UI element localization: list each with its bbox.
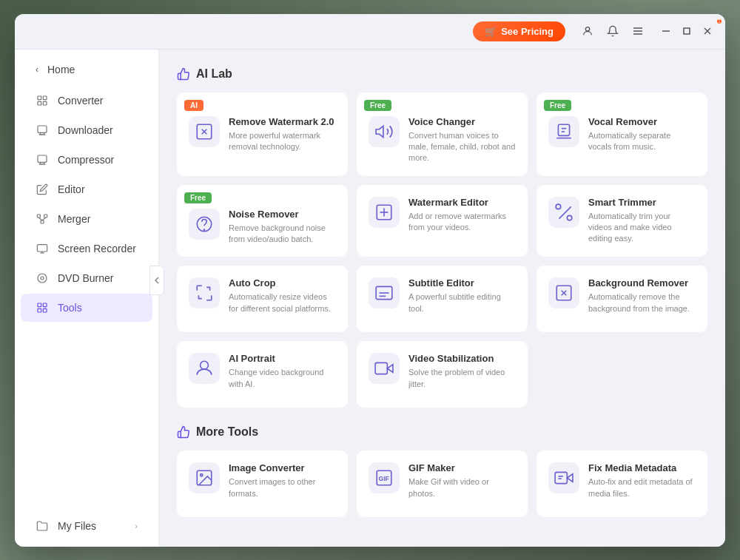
tool-card-video-stabilization[interactable]: Video Stabilization Solve the problem of… [357,341,528,408]
background-remover-icon [548,277,579,308]
tool-card-smart-trimmer[interactable]: Smart Trimmer Automatically trim your vi… [536,185,707,257]
sidebar-item-editor[interactable]: Editor [21,175,152,203]
background-remover-content: Background Remover Automatically remove … [588,277,696,314]
tool-card-image-converter[interactable]: Image Converter Convert images to other … [177,451,348,517]
smart-trimmer-title: Smart Trimmer [588,197,696,208]
sidebar-item-downloader[interactable]: Downloader [21,116,152,144]
image-converter-title: Image Converter [229,462,336,473]
more-tools-header: More Tools [177,425,707,439]
merger-label: Merger [58,213,90,225]
see-pricing-button[interactable]: 🛒 See Pricing [473,21,565,41]
gif-maker-title: GIF Maker [408,462,516,473]
noise-remover-content: Noise Remover Remove background noise fr… [229,209,336,246]
tool-card-auto-crop[interactable]: Auto Crop Automatically resize videos fo… [177,266,348,332]
dvd-burner-icon [36,271,49,285]
svg-marker-54 [387,365,393,373]
remove-watermark-icon [189,116,220,147]
tool-card-gif-maker[interactable]: GIF GIF Maker Make Gif with video or pho… [357,451,528,517]
sidebar: ‹ Home Converter Downloader Compressor [15,50,159,547]
tool-card-voice-changer[interactable]: Free Voice Changer Convert human voices … [357,92,528,176]
image-converter-icon [189,462,220,493]
auto-crop-title: Auto Crop [229,277,336,289]
background-remover-title: Background Remover [588,277,696,289]
sidebar-item-dvd-burner[interactable]: DVD Burner [21,264,152,292]
user-icon[interactable]: 1 [577,21,598,41]
downloader-label: Downloader [58,124,113,136]
sidebar-item-converter[interactable]: Converter [21,87,152,115]
background-remover-desc: Automatically remove the background from… [588,291,696,314]
tool-card-remove-watermark[interactable]: AI Remove Watermark 2.0 More powerful wa… [177,92,348,176]
tool-card-vocal-remover[interactable]: Free Vocal Remover Automatically separat… [536,92,707,176]
bell-icon[interactable] [602,21,623,41]
noise-remover-desc: Remove background noise from video/audio… [229,223,336,246]
watermark-editor-desc: Add or remove watermarks from your video… [408,211,516,234]
remove-watermark-content: Remove Watermark 2.0 More powerful water… [229,116,336,153]
svg-rect-16 [37,215,40,217]
watermark-editor-content: Watermark Editor Add or remove watermark… [408,197,516,234]
tool-card-watermark-editor[interactable]: Watermark Editor Add or remove watermark… [357,185,528,257]
auto-crop-icon [189,277,220,308]
home-label: Home [47,64,75,75]
menu-icon[interactable] [628,21,648,41]
tool-card-ai-portrait[interactable]: AI Portrait Change video background with… [177,341,348,408]
svg-marker-60 [567,474,573,482]
tool-card-fix-media-metadata[interactable]: Fix Media Metadata Auto-fix and edit met… [536,451,707,517]
ai-portrait-icon [189,353,220,384]
fix-media-metadata-title: Fix Media Metadata [588,462,696,473]
svg-point-44 [567,215,572,220]
video-stabilization-content: Video Stabilization Solve the problem of… [408,353,516,390]
smart-trimmer-icon [548,197,579,228]
sidebar-collapse-button[interactable] [149,266,164,295]
video-stabilization-desc: Solve the problem of video jitter. [408,367,516,390]
close-button[interactable] [699,22,716,40]
merger-icon [36,212,49,226]
svg-marker-33 [376,126,383,137]
svg-rect-29 [43,308,47,312]
compressor-label: Compressor [58,154,114,166]
ai-portrait-title: AI Portrait [229,353,336,364]
editor-label: Editor [58,183,85,195]
minimize-button[interactable] [657,22,675,40]
sidebar-item-compressor[interactable]: Compressor [21,146,152,174]
svg-point-43 [556,204,561,209]
sidebar-item-merger[interactable]: Merger [21,205,152,233]
tool-card-background-remover[interactable]: Background Remover Automatically remove … [536,266,707,332]
video-stabilization-icon [369,353,400,384]
free-badge-noise: Free [184,192,212,203]
gif-maker-icon: GIF [369,462,400,493]
svg-point-24 [38,274,47,283]
svg-rect-21 [37,244,47,251]
svg-rect-55 [375,363,387,374]
free-badge-vocal: Free [544,100,571,111]
watermark-editor-icon [369,197,400,228]
tool-card-subtitle-editor[interactable]: Subtitle Editor A powerful subtitle edit… [357,266,528,332]
svg-line-20 [42,217,46,220]
image-converter-content: Image Converter Convert images to other … [229,462,336,499]
content-area: AI Lab AI Remove Watermark 2.0 More powe… [159,50,725,547]
auto-crop-content: Auto Crop Automatically resize videos fo… [229,277,336,314]
vocal-remover-desc: Automatically separate vocals from music… [588,130,696,153]
sidebar-my-files[interactable]: My Files › [21,512,152,540]
app-window: 🛒 See Pricing 1 [15,14,725,547]
screen-recorder-icon [36,242,49,255]
maximize-button[interactable] [678,22,696,40]
svg-rect-27 [43,303,47,307]
sidebar-home[interactable]: ‹ Home [21,56,152,83]
svg-point-57 [201,474,203,476]
svg-rect-26 [38,303,41,307]
svg-rect-12 [38,126,47,132]
voice-changer-title: Voice Changer [408,116,516,127]
svg-rect-10 [38,101,41,105]
svg-point-38 [204,229,204,230]
window-controls [657,22,716,40]
tool-card-noise-remover[interactable]: Free Noise Remover Remove background noi… [177,185,348,257]
sidebar-item-screen-recorder[interactable]: Screen Recorder [21,235,152,263]
svg-rect-9 [43,96,47,100]
sidebar-item-tools[interactable]: Tools [21,294,152,322]
svg-rect-61 [555,473,567,484]
compressor-icon [36,153,49,166]
svg-rect-28 [38,308,41,312]
vocal-remover-content: Vocal Remover Automatically separate voc… [588,116,696,153]
ai-portrait-desc: Change video background with AI. [229,367,336,390]
smart-trimmer-desc: Automatically trim your videos and make … [588,211,696,245]
